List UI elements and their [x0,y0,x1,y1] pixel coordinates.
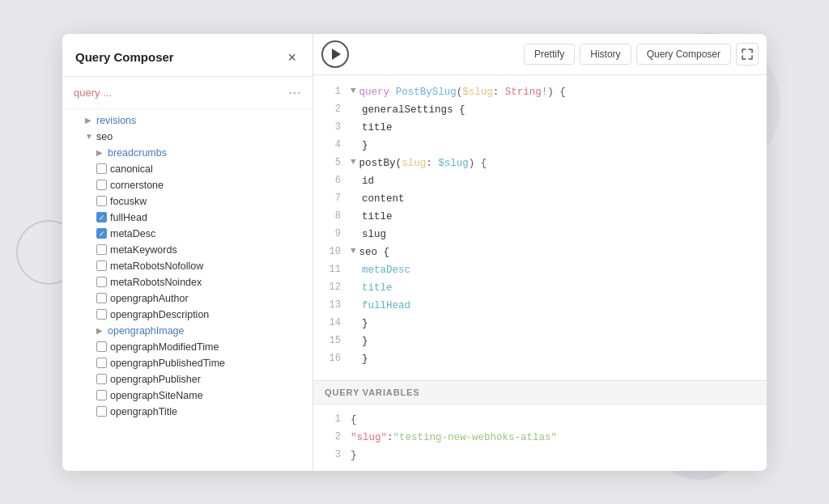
tree-item-opengraphAuthor[interactable]: opengraphAuthor [62,290,312,307]
tree-label-metaDesc: metaDesc [110,228,155,239]
query-dots-menu[interactable]: ⋯ [288,85,301,100]
tree-checkbox-metaRobotsNofollow[interactable] [96,260,107,271]
line-content: postBy(slug: $slug) { [359,155,487,172]
tree-item-revisions[interactable]: ▶revisions [62,112,312,129]
left-panel-title: Query Composer [75,50,174,64]
run-button[interactable] [321,40,349,68]
tree-item-fullHead[interactable]: ✓fullHead [62,210,312,226]
var-line-number: 3 [321,447,341,464]
line-number: 5 [321,155,341,172]
tree-checkbox-cornerstone[interactable] [96,180,107,190]
tree-checkbox-metaDesc[interactable]: ✓ [96,228,107,239]
line-fold-arrow[interactable]: ▼ [351,155,356,172]
left-panel-header: Query Composer × [62,34,312,77]
tree-arrow-seo: ▼ [85,132,93,141]
tree-label-opengraphAuthor: opengraphAuthor [110,293,189,304]
tree-item-metaRobotsNofollow[interactable]: metaRobotsNofollow [62,258,312,274]
tree-label-opengraphModifiedTime: opengraphModifiedTime [110,341,219,353]
tree-item-opengraphImage[interactable]: ▶opengraphImage [62,323,312,339]
prettify-button[interactable]: Prettify [524,44,575,65]
tree-checkbox-opengraphAuthor[interactable] [96,293,107,303]
tree-label-breadcrumbs: breadcrumbs [108,147,167,159]
toolbar: Prettify History Query Composer [313,34,767,75]
tree-checkbox-fullHead[interactable]: ✓ [96,212,107,222]
tree-item-opengraphPublisher[interactable]: opengraphPublisher [62,371,312,388]
variables-code[interactable]: 1{2 "slug": "testing-new-webhoks-atlas"3… [313,404,767,471]
tree-item-opengraphPublishedTime[interactable]: opengraphPublishedTime [62,355,312,371]
expand-button[interactable] [736,43,759,66]
tree-item-opengraphDescription[interactable]: opengraphDescription [62,307,312,323]
line-fold-arrow[interactable]: ▼ [351,84,356,100]
tree-label-cornerstone: cornerstone [110,180,164,191]
line-content: seo { [359,244,390,260]
line-content: } [362,351,368,367]
code-line-14: 14 } [313,315,767,332]
tree-label-opengraphDescription: opengraphDescription [110,309,209,320]
line-number: 10 [321,244,341,260]
code-line-7: 7 content [313,190,767,208]
tree-item-seo[interactable]: ▼seo [62,129,312,145]
code-line-6: 6 id [313,172,767,190]
tree-item-canonical[interactable]: canonical [62,161,312,177]
var-line-3: 3} [313,447,767,464]
line-content: query PostBySlug($slug: String!) { [359,84,566,100]
expand-icon [742,49,753,60]
history-button[interactable]: History [580,44,631,65]
code-line-3: 3 title [313,119,767,137]
tree-label-metaRobotsNoindex: metaRobotsNoindex [110,277,202,288]
line-content: } [362,138,368,154]
query-label: query ... [74,87,112,99]
code-line-11: 11 metaDesc [313,261,767,279]
tree-checkbox-canonical[interactable] [96,163,107,174]
tree-item-opengraphModifiedTime[interactable]: opengraphModifiedTime [62,339,312,355]
tree-checkbox-opengraphPublisher[interactable] [96,374,107,384]
line-number: 3 [321,120,341,136]
code-line-16: 16 } [313,350,767,368]
tree-checkbox-focuskw[interactable] [96,196,107,206]
tree-item-opengraphTitle[interactable]: opengraphTitle [62,404,312,420]
tree-area: ▶revisions▼seo▶breadcrumbscanonicalcorne… [62,109,312,471]
tree-checkbox-opengraphPublishedTime[interactable] [96,358,107,368]
line-number: 15 [321,333,341,349]
code-line-4: 4 } [313,137,767,155]
tree-checkbox-metaRobotsNoindex[interactable] [96,277,107,287]
tree-item-opengraphSiteName[interactable]: opengraphSiteName [62,388,312,404]
line-content: } [362,333,368,349]
query-bar: query ... ⋯ [62,77,312,109]
tree-checkbox-opengraphSiteName[interactable] [96,390,107,400]
tree-item-focuskw[interactable]: focuskw [62,193,312,210]
query-composer-button[interactable]: Query Composer [636,44,731,65]
line-number: 12 [321,280,341,296]
line-content: generalSettings { [362,102,466,118]
line-content: } [362,316,368,332]
variables-section: QUERY VARIABLES 1{2 "slug": "testing-new… [313,380,767,471]
line-fold-arrow[interactable]: ▼ [351,244,356,260]
tree-checkbox-metaKeywords[interactable] [96,244,107,255]
line-number: 13 [321,298,341,314]
line-content: title [362,120,393,136]
tree-item-breadcrumbs[interactable]: ▶breadcrumbs [62,145,312,161]
tree-label-opengraphSiteName: opengraphSiteName [110,390,203,401]
tree-item-metaRobotsNoindex[interactable]: metaRobotsNoindex [62,274,312,290]
line-number: 9 [321,227,341,243]
tree-checkbox-opengraphTitle[interactable] [96,406,107,417]
var-line-2: 2 "slug": "testing-new-webhoks-atlas" [313,429,767,447]
code-line-1: 1▼query PostBySlug($slug: String!) { [313,83,767,101]
line-content: metaDesc [362,262,410,278]
tree-label-canonical: canonical [110,163,153,175]
tree-checkbox-opengraphDescription[interactable] [96,309,107,320]
tree-item-metaKeywords[interactable]: metaKeywords [62,242,312,258]
line-content: content [362,191,405,207]
tree-checkbox-opengraphModifiedTime[interactable] [96,341,107,352]
left-panel: Query Composer × query ... ⋯ ▶revisions▼… [62,34,313,471]
tree-label-revisions: revisions [96,115,136,126]
var-line-number: 2 [321,430,341,446]
tree-label-seo: seo [96,131,113,142]
close-button[interactable]: × [284,49,300,66]
main-window: Query Composer × query ... ⋯ ▶revisions▼… [62,34,767,471]
code-editor[interactable]: 1▼query PostBySlug($slug: String!) {2 ge… [313,75,767,380]
variables-header: QUERY VARIABLES [313,381,767,404]
code-line-12: 12 title [313,279,767,297]
tree-item-metaDesc[interactable]: ✓metaDesc [62,226,312,242]
tree-item-cornerstone[interactable]: cornerstone [62,177,312,193]
